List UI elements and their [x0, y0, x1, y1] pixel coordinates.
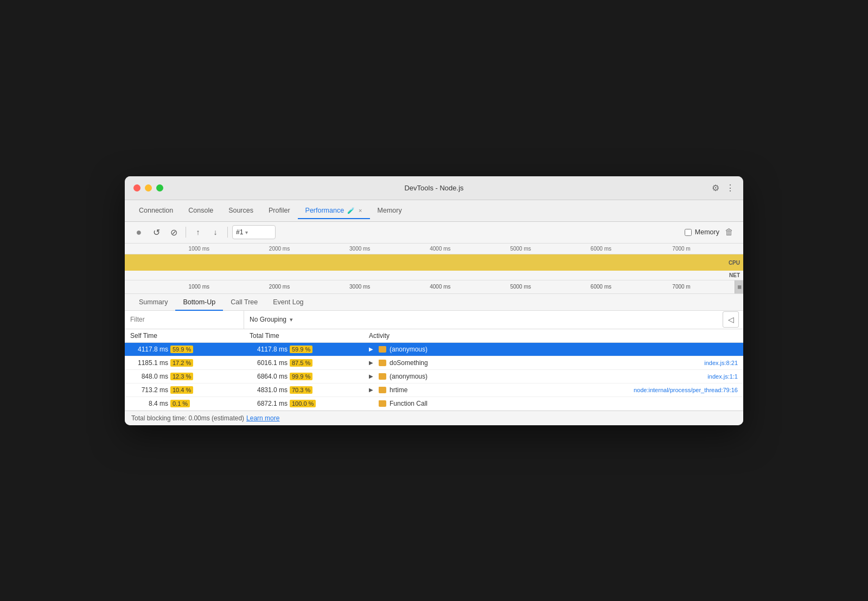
tab-summary[interactable]: Summary: [131, 294, 175, 310]
flask-icon: 🧪: [347, 207, 355, 214]
download-button[interactable]: ↓: [208, 225, 223, 240]
tick-1000: 1000 ms: [189, 246, 209, 252]
table-row[interactable]: 848.0 ms12.3 %6864.0 ms99.9 %▶(anonymous…: [125, 369, 743, 383]
filter-bar: No Grouping ▾ ◁: [125, 311, 743, 329]
expand-arrow-icon[interactable]: ▶: [369, 373, 375, 379]
tick2-5000: 5000 ms: [510, 284, 531, 290]
tick-4000: 4000 ms: [430, 246, 450, 252]
tick-5000: 5000 ms: [510, 246, 531, 252]
tick-2000: 2000 ms: [269, 246, 290, 252]
upload-button[interactable]: ↑: [190, 225, 206, 240]
total-time-cell: 6872.1 ms100.0 %: [244, 397, 363, 410]
tab-event-log[interactable]: Event Log: [265, 294, 311, 310]
self-time-cell: 1185.1 ms17.2 %: [125, 356, 244, 369]
clear-button[interactable]: ⊘: [166, 225, 181, 240]
total-time-cell: 4831.0 ms70.3 %: [244, 383, 363, 397]
table-row[interactable]: 8.4 ms0.1 %6872.1 ms100.0 %Function Call: [125, 397, 743, 410]
table-header-row: Self Time Total Time Activity: [125, 329, 743, 343]
activity-cell: ▶(anonymous)index.js:1:1: [363, 369, 743, 383]
tab-connection[interactable]: Connection: [131, 202, 181, 219]
memory-checkbox-label[interactable]: Memory: [685, 228, 719, 236]
close-button[interactable]: [133, 184, 141, 191]
window-title: DevTools - Node.js: [404, 184, 463, 192]
activity-name: doSomething: [390, 359, 428, 367]
memory-checkbox[interactable]: [685, 229, 692, 236]
more-icon[interactable]: ⋮: [726, 183, 735, 193]
reload-button[interactable]: ↺: [149, 225, 164, 240]
tab-console[interactable]: Console: [181, 202, 221, 219]
expand-arrow-icon[interactable]: ▶: [369, 346, 375, 352]
learn-more-link[interactable]: Learn more: [246, 414, 279, 422]
tick-7000: 7000 m: [672, 246, 690, 252]
title-bar: DevTools - Node.js ⚙ ⋮: [125, 176, 743, 200]
grouping-dropdown[interactable]: No Grouping ▾: [244, 314, 298, 325]
performance-table: Self Time Total Time Activity 4117.8 ms5…: [125, 329, 743, 411]
performance-tab-close[interactable]: ×: [359, 207, 362, 214]
tab-performance[interactable]: Performance 🧪 ×: [298, 202, 370, 219]
folder-icon: [379, 400, 386, 407]
folder-icon: [379, 360, 386, 366]
record-button[interactable]: ●: [131, 225, 146, 240]
grouping-arrow-icon: ▾: [290, 316, 293, 323]
folder-icon: [379, 387, 386, 393]
self-time-cell: 848.0 ms12.3 %: [125, 369, 244, 383]
activity-name: (anonymous): [390, 373, 427, 380]
total-time-cell: 6864.0 ms99.9 %: [244, 369, 363, 383]
col-total-time[interactable]: Total Time: [244, 329, 363, 343]
activity-cell: ▶hrtimenode:internal/process/per_thread:…: [363, 383, 743, 397]
expand-arrow-icon[interactable]: ▶: [369, 360, 375, 366]
toolbar-separator-1: [186, 227, 186, 238]
sidebar-toggle-button[interactable]: ◁: [723, 311, 739, 328]
activity-cell: Function Call: [363, 397, 743, 410]
total-time-cell: 4117.8 ms59.9 %: [244, 342, 363, 356]
activity-cell: ▶doSomethingindex.js:8:21: [363, 356, 743, 369]
activity-link[interactable]: index.js:8:21: [704, 360, 738, 366]
tab-bottom-up[interactable]: Bottom-Up: [175, 294, 223, 310]
tick2-1000: 1000 ms: [189, 284, 209, 290]
devtools-window: DevTools - Node.js ⚙ ⋮ Connection Consol…: [125, 176, 743, 425]
self-time-cell: 4117.8 ms59.9 %: [125, 342, 244, 356]
tick2-3000: 3000 ms: [349, 284, 370, 290]
cpu-bar: CPU: [125, 254, 743, 271]
tab-bar: Connection Console Sources Profiler Perf…: [125, 200, 743, 222]
trash-button[interactable]: 🗑: [722, 225, 737, 239]
filter-input[interactable]: [125, 311, 244, 329]
table-row[interactable]: 1185.1 ms17.2 %6016.1 ms87.5 %▶doSomethi…: [125, 356, 743, 369]
dropdown-arrow-icon: ▾: [245, 229, 248, 235]
activity-link[interactable]: node:internal/process/per_thread:79:16: [634, 387, 738, 393]
timeline-ruler-bottom: 1000 ms 2000 ms 3000 ms 4000 ms 5000 ms …: [125, 280, 743, 293]
tick-3000: 3000 ms: [349, 246, 370, 252]
folder-icon: [379, 373, 386, 380]
col-activity[interactable]: Activity: [363, 329, 743, 343]
self-time-cell: 8.4 ms0.1 %: [125, 397, 244, 410]
activity-link[interactable]: index.js:1:1: [707, 373, 738, 380]
table-row[interactable]: 713.2 ms10.4 %4831.0 ms70.3 %▶hrtimenode…: [125, 383, 743, 397]
activity-name: Function Call: [390, 400, 427, 407]
timeline-scrollbar[interactable]: ◼: [735, 280, 743, 293]
tab-sources[interactable]: Sources: [221, 202, 261, 219]
cpu-label: CPU: [729, 259, 740, 265]
tick2-4000: 4000 ms: [430, 284, 450, 290]
bottom-tabs: Summary Bottom-Up Call Tree Event Log: [125, 294, 743, 311]
minimize-button[interactable]: [145, 184, 152, 191]
tick2-7000: 7000 m: [672, 284, 690, 290]
tab-memory[interactable]: Memory: [370, 202, 410, 219]
table-row[interactable]: 4117.8 ms59.9 %4117.8 ms59.9 %▶(anonymou…: [125, 342, 743, 356]
expand-arrow-icon[interactable]: ▶: [369, 387, 375, 393]
col-self-time[interactable]: Self Time: [125, 329, 244, 343]
profile-dropdown[interactable]: #1 ▾: [232, 225, 276, 239]
status-text: Total blocking time: 0.00ms (estimated): [131, 414, 244, 422]
toolbar-separator-2: [227, 227, 228, 238]
folder-icon: [379, 346, 386, 353]
total-time-cell: 6016.1 ms87.5 %: [244, 356, 363, 369]
activity-cell: ▶(anonymous): [363, 342, 743, 356]
settings-icon[interactable]: ⚙: [712, 183, 719, 193]
tab-profiler[interactable]: Profiler: [261, 202, 298, 219]
net-bar: NET: [125, 271, 743, 280]
net-label: NET: [729, 272, 740, 278]
tab-call-tree[interactable]: Call Tree: [223, 294, 265, 310]
timeline-area: 1000 ms 2000 ms 3000 ms 4000 ms 5000 ms …: [125, 244, 743, 294]
maximize-button[interactable]: [156, 184, 163, 191]
tick2-2000: 2000 ms: [269, 284, 290, 290]
activity-name: hrtime: [390, 386, 407, 394]
